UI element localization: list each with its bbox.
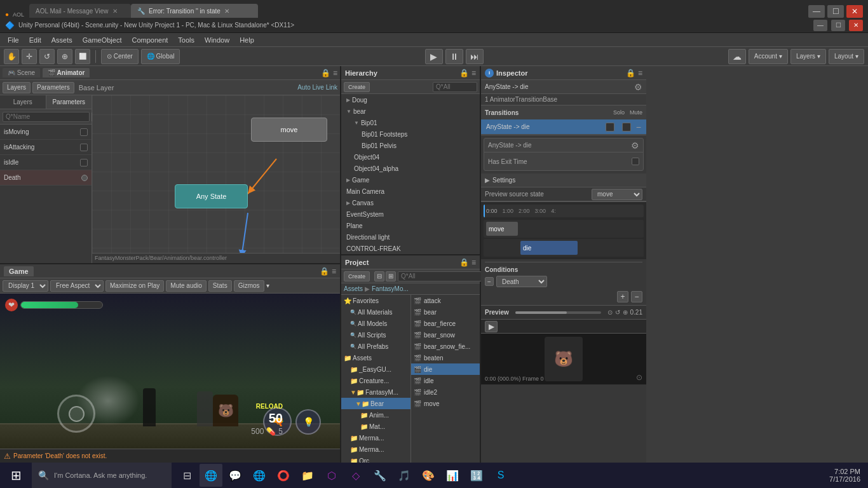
anim-node-any-state[interactable]: Any State [175,184,248,208]
layers-panel-tab[interactable]: Layers [0,95,46,109]
project-lock-icon[interactable]: 🔒 [459,258,469,267]
center-button[interactable]: ⊙ Center [101,49,139,64]
rotate-tool[interactable]: ↺ [39,49,55,64]
step-button[interactable]: ⏭ [466,49,484,64]
play-button[interactable]: ▶ [425,49,443,64]
mute-audio-button[interactable]: Mute audio [166,280,206,292]
transition-item-row[interactable]: AnyState -> die − [481,119,646,135]
breadcrumb-assets[interactable]: Assets [344,285,363,292]
inspector-tab[interactable]: Inspector [496,69,528,77]
aspect-dropdown[interactable]: Free Aspect [50,280,104,292]
browser-tab-unity[interactable]: 🔧 Error: Transition '' in state ✕ [131,4,258,18]
param-isMoving[interactable]: isMoving [0,125,92,140]
proj-assets[interactable]: 📁Assets [341,352,410,363]
proj-file-idle[interactable]: 🎬idle [411,375,480,386]
project-create-button[interactable]: Create [344,271,370,281]
tab-aol-close[interactable]: ✕ [112,8,118,15]
has-exit-time-checkbox[interactable] [632,158,639,165]
preview-bottom-right-icon[interactable]: ⊙ [636,373,642,382]
hier-item-control-freak[interactable]: CONTROL-FREAK [341,243,480,254]
param-isAttacking[interactable]: isAttacking [0,140,92,155]
hier-item-bear[interactable]: ▼bear [341,105,480,117]
proj-anim[interactable]: 📁Anim... [341,409,410,421]
project-view-icon2[interactable]: ⊞ [386,271,396,281]
taskbar-app-vs2[interactable]: ◇ [344,464,367,487]
account-dropdown[interactable]: Account▾ [749,49,788,64]
hier-item-bip01-footsteps[interactable]: Bip01 Footsteps [341,128,480,140]
project-view-icon1[interactable]: ⊟ [374,271,384,281]
rect-tool[interactable]: ⬜ [75,49,90,64]
proj-file-bear-fierce[interactable]: 🎬bear_fierce [411,318,480,329]
hierarchy-lock-icon[interactable]: 🔒 [459,69,469,78]
taskbar-app-folder[interactable]: 📁 [296,464,319,487]
taskbar-app-other[interactable]: 🔧 [369,464,391,487]
settings-row[interactable]: ▶ Settings [481,173,646,187]
proj-easygui[interactable]: 📁_EasyGU... [341,363,410,375]
params-search-input[interactable] [3,112,90,122]
inspector-gear-icon[interactable]: ⚙ [634,82,642,92]
inspector-more-icon[interactable]: ≡ [638,69,642,78]
browser-minimize[interactable]: — [808,5,825,18]
taskbar-app-ie[interactable]: 🌐 [200,464,222,487]
hier-item-bip01[interactable]: ▼Bip01 [341,117,480,128]
menu-edit[interactable]: Edit [24,35,46,45]
pause-button[interactable]: ⏸ [445,49,463,64]
global-button[interactable]: 🌐 Global [141,49,180,64]
condition-death-dropdown[interactable]: Death isMoving isAttacking isIdle [496,276,547,287]
hierarchy-search-input[interactable] [433,82,477,92]
gizmos-dropdown-arrow[interactable]: ▾ [266,282,269,289]
transition-mute-check[interactable] [622,123,631,132]
taskbar-app-edge[interactable]: 🌐 [248,464,271,487]
proj-all-models[interactable]: 🔍All Models [341,318,410,329]
proj-bear[interactable]: ▼📁Bear [341,398,410,409]
condition-add-button[interactable]: + [617,291,628,302]
hier-item-canvas[interactable]: ▶Canvas [341,197,480,208]
gizmos-button[interactable]: Gizmos [234,280,264,292]
menu-tools[interactable]: Tools [173,35,200,45]
preview-icons[interactable]: ⊙ [607,309,613,316]
proj-all-prefabs[interactable]: 🔍All Prefabs [341,341,410,352]
proj-file-bear-snow[interactable]: 🎬bear_snow [411,329,480,341]
hier-item-bip01-pelvis[interactable]: Bip01 Pelvis [341,140,480,151]
start-button[interactable]: ⊞ [0,463,32,488]
stats-button[interactable]: Stats [208,280,232,292]
taskbar-app-paint[interactable]: 🎨 [417,464,440,487]
hier-item-object04-alpha[interactable]: Object04_alpha [341,163,480,174]
menu-window[interactable]: Window [200,35,234,45]
unity-close[interactable]: ✕ [849,20,863,31]
param-isIdle[interactable]: isIdle [0,155,92,170]
game-lock-icon[interactable]: 🔒 [320,267,329,276]
hier-item-main-camera[interactable]: Main Camera [341,186,480,197]
hierarchy-create-button[interactable]: Create [344,82,370,92]
scale-tool[interactable]: ⊕ [57,49,72,64]
hierarchy-tab[interactable]: Hierarchy [345,69,377,77]
proj-mat[interactable]: 📁Mat... [341,421,410,432]
condition-minus-btn[interactable]: − [485,277,494,286]
taskbar-app-skype2[interactable]: S [489,464,512,487]
inspector-lock-icon[interactable]: 🔒 [626,69,635,78]
preview-play-button[interactable]: ▶ [485,321,498,332]
parameters-panel-tab[interactable]: Parameters [46,95,92,109]
animator-tab[interactable]: 🎬 Animator [43,68,90,78]
layers-dropdown[interactable]: Layers▾ [790,49,826,64]
taskbar-app-app2[interactable]: 📊 [441,464,464,487]
hier-item-eventsystem[interactable]: EventSystem [341,208,480,220]
param-Death-circle[interactable] [81,175,88,181]
hier-item-game[interactable]: ▶Game [341,174,480,186]
proj-file-bear[interactable]: 🎬bear [411,306,480,318]
hierarchy-more-icon[interactable]: ≡ [471,69,476,78]
game-tab[interactable]: Game [4,266,34,276]
taskbar-app-skype[interactable]: 💬 [224,464,247,487]
proj-creature[interactable]: 📁Creature... [341,375,410,386]
param-isMoving-check[interactable] [80,128,88,136]
animator-more-icon[interactable]: ≡ [333,69,337,78]
preview-icon3[interactable]: ⊕ [623,309,628,316]
breadcrumb-fantasymo[interactable]: FantasyMo... [372,285,409,292]
project-search-input[interactable] [398,271,485,281]
maximize-play-button[interactable]: Maximize on Play [105,280,164,292]
display-dropdown[interactable]: Display 1 [3,280,48,292]
tab-unity-close[interactable]: ✕ [224,8,229,15]
taskbar-app-calc[interactable]: 🔢 [465,464,488,487]
browser-maximize[interactable]: ☐ [827,5,844,18]
hier-item-object04[interactable]: Object04 [341,151,480,163]
